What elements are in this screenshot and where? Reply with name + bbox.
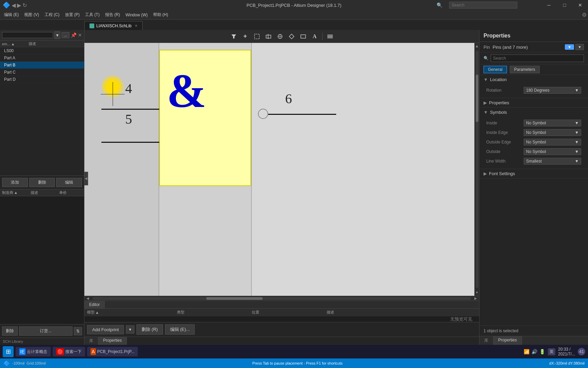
properties-search-input[interactable] — [491, 55, 584, 62]
add-footprint-dropdown-btn[interactable]: ▼ — [126, 325, 134, 334]
props-tab-btn[interactable]: Properties — [98, 337, 127, 345]
pin-value: Pins (and 7 more) — [493, 45, 528, 50]
parameters-btn[interactable]: Parameters — [510, 66, 540, 73]
select-tool-btn[interactable] — [251, 32, 262, 41]
filter-tool-btn[interactable] — [228, 32, 239, 41]
del-component-btn[interactable]: 删除 — [29, 178, 55, 187]
v-scroll-down-btn[interactable]: ▼ — [475, 289, 479, 296]
inside-value-field[interactable]: No Symbol ▼ — [524, 120, 581, 126]
edit-component-btn[interactable]: 编辑 — [56, 178, 82, 187]
sort-arrow-mfr[interactable]: ▲ — [14, 190, 18, 195]
font-settings-header[interactable]: ▶ Font Settings — [479, 169, 588, 178]
edit-e-btn[interactable]: 编辑 (E)... — [165, 324, 195, 335]
h-scroll-left-btn[interactable]: ◀ — [84, 296, 91, 300]
h-scroll-thumb[interactable] — [206, 297, 263, 300]
menu-report[interactable]: 报告 (R) — [102, 11, 123, 18]
nav-refresh-btn[interactable]: ↻ — [22, 2, 27, 9]
add-pin-btn[interactable]: + — [240, 32, 251, 41]
lib-bottom-tab[interactable]: 库 — [479, 336, 493, 345]
sort-arrow-name[interactable]: ▲ — [11, 42, 15, 46]
volume-icon[interactable]: 🔊 — [532, 349, 537, 354]
component-list-header: em... ▲ 描述 — [0, 41, 84, 47]
nav-forward-btn[interactable]: ▶ — [17, 2, 21, 9]
comp-item-parta[interactable]: Part A — [0, 55, 84, 62]
comp-item-ls00[interactable]: LS00 — [0, 47, 84, 55]
pin-dropdown-btn[interactable]: ▼ — [575, 44, 584, 50]
left-panel-collapse-btn[interactable]: ◀ — [84, 172, 88, 185]
taskbar-altium-item[interactable]: A PCB_Project1.PrjP... — [87, 347, 138, 356]
rotation-value-field[interactable]: 180 Degrees ▼ — [524, 87, 581, 94]
line-width-value-field[interactable]: Smallest ▼ — [524, 158, 581, 165]
lang-indicator[interactable]: 英 — [548, 348, 555, 355]
add-component-btn[interactable]: 添加 — [2, 178, 28, 187]
line-width-label: Line Width — [486, 159, 524, 164]
lib-tab-btn[interactable]: 库 — [84, 337, 98, 345]
panel-close-icon[interactable]: ✕ — [78, 32, 82, 38]
outside-value-field[interactable]: No Symbol ▼ — [524, 148, 581, 155]
menu-place[interactable]: 放置 (P) — [62, 11, 82, 18]
menu-project[interactable]: 工程 (C) — [42, 11, 62, 18]
panel-pin-icon[interactable]: 📌 — [71, 32, 77, 38]
vertical-scrollbar[interactable]: ▲ ▼ — [474, 43, 479, 296]
editor-tab[interactable]: Editor — [84, 301, 105, 308]
text-tool-btn[interactable]: A — [309, 32, 320, 41]
sort-arrow-model[interactable]: ▲ — [95, 310, 99, 315]
symbols-header[interactable]: ▼ Symbols — [479, 108, 588, 117]
updown-btn[interactable]: ⇅ — [74, 327, 82, 335]
pin-btn[interactable] — [275, 32, 285, 41]
notification-icon[interactable]: 41 — [578, 348, 585, 355]
more-tools-btn[interactable] — [325, 32, 336, 41]
right-panel: Properties Pin Pins (and 7 more) ▼ ▼ 🔍 G… — [479, 30, 588, 345]
comp-item-partd[interactable]: Part D — [0, 76, 84, 83]
maximize-btn[interactable]: □ — [557, 0, 572, 10]
del2-btn[interactable]: 删除 — [2, 326, 18, 336]
general-btn[interactable]: General — [484, 66, 507, 73]
tab-close-btn[interactable]: ✕ — [135, 24, 137, 28]
comp-item-partc[interactable]: Part C — [0, 69, 84, 76]
order-btn[interactable]: 订货... — [19, 326, 72, 336]
rect-tool-btn[interactable] — [298, 32, 309, 41]
settings-icon[interactable]: ⚙ — [582, 12, 587, 18]
network-icon[interactable]: 📶 — [524, 349, 529, 354]
taskbar-cloud-item[interactable]: IE 云计算概念 — [16, 347, 51, 356]
h-scroll-right-btn[interactable]: ▶ — [472, 296, 479, 300]
menu-window[interactable]: Window (W) — [123, 12, 150, 18]
menu-tools[interactable]: 工具 (T) — [82, 11, 102, 18]
v-scroll-track[interactable] — [476, 51, 478, 288]
v-scroll-top-arrow[interactable]: ▲ — [474, 43, 479, 49]
diamond-tool-btn[interactable] — [286, 32, 297, 41]
menu-edit[interactable]: 编辑 (E) — [1, 11, 21, 18]
component-search-input[interactable] — [2, 32, 53, 38]
battery-icon[interactable]: 🔋 — [539, 349, 545, 354]
col-name-label: em... ▲ — [2, 42, 29, 46]
props-bottom-tab[interactable]: Properties — [493, 336, 522, 345]
pin-filter-btn[interactable]: ▼ — [565, 44, 574, 50]
more-options-btn[interactable]: ... — [62, 32, 69, 38]
menu-help[interactable]: 帮助 (H) — [150, 11, 171, 18]
properties-header[interactable]: ▶ Properties — [479, 98, 588, 107]
dropdown-btn[interactable]: ▾ — [54, 31, 60, 39]
inside-edge-value-field[interactable]: No Symbol ▼ — [524, 129, 581, 136]
global-search-input[interactable] — [449, 2, 517, 9]
taskbar-search-item[interactable]: 🔴 搜索一下 — [53, 347, 85, 356]
menu-view[interactable]: 视图 (V) — [21, 11, 42, 18]
coord-label: dX:-320mil dY:380mil — [549, 361, 585, 365]
canvas-bg[interactable]: 4 5 & 6 — [84, 43, 474, 296]
outside-edge-value-field[interactable]: No Symbol ▼ — [524, 139, 581, 145]
minimize-btn[interactable]: ─ — [541, 0, 557, 10]
tab-schlib[interactable]: LIANXISCH.SchLib ✕ — [84, 21, 143, 30]
close-btn[interactable]: ✕ — [572, 0, 588, 10]
library-label: SCH Library — [0, 338, 84, 345]
del-r-btn[interactable]: 删除 (R) — [136, 324, 163, 335]
start-btn[interactable]: ⊞ — [3, 346, 14, 357]
move-tool-btn[interactable] — [263, 32, 274, 41]
taskbar-sys-tray: 📶 🔊 🔋 英 20:33 /2021/7/... 41 — [524, 347, 585, 356]
pin-label: Pin — [484, 45, 490, 50]
location-header[interactable]: ▼ Location — [479, 75, 588, 84]
comp-item-partb[interactable]: Part B — [0, 62, 84, 69]
center-area: + A — [84, 30, 479, 345]
h-scroll-track[interactable] — [93, 297, 471, 300]
add-footprint-btn[interactable]: Add Footprint — [87, 325, 124, 334]
v-scroll-thumb[interactable] — [476, 75, 478, 122]
nav-back-btn[interactable]: ◀ — [12, 2, 16, 9]
